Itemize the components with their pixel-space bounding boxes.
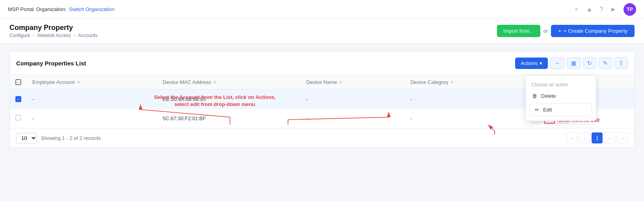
row2-checkbox[interactable]: [15, 115, 21, 121]
help-icon[interactable]: ?: [599, 6, 603, 13]
edit-pencil-icon: ✏: [535, 107, 539, 113]
plus-icon: +: [558, 28, 561, 34]
page-header-right: Import from... or + + Create Company Pro…: [497, 25, 635, 37]
company-properties-card: Company Properties List Actions ▾ ↔ ▦ ↻ …: [9, 51, 635, 148]
nav-right: ⚬ ▲ ? ► TP: [574, 3, 636, 16]
filter-mac-icon[interactable]: ≡: [213, 80, 216, 84]
main-content: Company Properties List Actions ▾ ↔ ▦ ↻ …: [0, 43, 644, 156]
card-header: Company Properties List Actions ▾ ↔ ▦ ↻ …: [10, 52, 634, 75]
page-1-button[interactable]: 1: [592, 132, 603, 143]
pagination: « ‹ 1 › »: [566, 132, 628, 143]
row1-device-category: -: [405, 89, 525, 109]
breadcrumb-network-access[interactable]: Network Access: [37, 33, 71, 38]
row2-device-name: -: [301, 109, 405, 128]
trash-icon: 🗑: [532, 93, 537, 99]
actions-button[interactable]: Actions ▾: [515, 58, 548, 69]
last-page-button[interactable]: »: [617, 132, 628, 143]
nav-left: MSP Portal Organization: Switch Organiza…: [8, 6, 114, 12]
row2-checkbox-cell: [10, 109, 27, 128]
refresh-button[interactable]: ↻: [583, 57, 596, 69]
prev-page-button[interactable]: ‹: [579, 132, 590, 143]
expand-icon: ↔: [555, 60, 560, 66]
row2-employee: -: [27, 109, 157, 128]
search-icon[interactable]: ⚬: [574, 6, 579, 13]
row1-employee: -: [27, 89, 157, 109]
manage-columns-button[interactable]: ▦: [567, 57, 581, 69]
dropdown-delete-item[interactable]: 🗑 Delete: [526, 90, 596, 102]
columns-icon: ▦: [571, 60, 576, 66]
page-header: Company Property Configure - Network Acc…: [0, 19, 644, 43]
next-page-button[interactable]: ›: [604, 132, 615, 143]
row1-mac: EE:50:9A:68:68:95: [157, 89, 301, 109]
page-header-left: Company Property Configure - Network Acc…: [9, 24, 97, 38]
dropdown-header: Choose an action: [526, 79, 596, 90]
edit-columns-button[interactable]: ✎: [599, 57, 612, 69]
switch-organization-link[interactable]: Switch Organization: [69, 6, 115, 12]
first-page-button[interactable]: «: [566, 132, 577, 143]
or-text: or: [543, 28, 548, 34]
navbar: MSP Portal Organization: Switch Organiza…: [0, 0, 644, 19]
col-employee-account: Employee Account ≡: [27, 75, 157, 89]
per-page-select[interactable]: 10 25 50: [16, 133, 37, 143]
filter-employee-icon[interactable]: ≡: [77, 80, 80, 84]
breadcrumb-accounts[interactable]: Accounts: [78, 33, 97, 38]
card-title: Company Properties List: [16, 60, 86, 67]
dropdown-edit-item[interactable]: ✏ Edit: [530, 104, 592, 116]
row2-mac: 5C:87:30:F2:01:BF: [157, 109, 301, 128]
bell-icon[interactable]: ▲: [586, 6, 592, 13]
showing-records: Showing 1 - 2 of 2 records: [41, 135, 101, 141]
card-toolbar: Actions ▾ ↔ ▦ ↻ ✎ ⇧: [515, 57, 628, 69]
filter-category-icon[interactable]: ≡: [451, 80, 453, 84]
row1-checkbox-cell: ✓: [10, 89, 27, 109]
nav-org-label: Organization:: [36, 6, 67, 12]
breadcrumb-configure[interactable]: Configure: [9, 33, 30, 38]
col-device-name: Device Name ≡: [301, 75, 405, 89]
col-mac-address: Device MAC Address ≡: [157, 75, 301, 89]
create-company-property-button[interactable]: + + Create Company Property: [551, 25, 635, 37]
card-footer: 10 25 50 Showing 1 - 2 of 2 records « ‹ …: [10, 128, 634, 147]
row1-device-name: -: [301, 89, 405, 109]
select-all-header: —: [10, 75, 27, 89]
row1-checkbox[interactable]: ✓: [15, 96, 21, 102]
expand-columns-button[interactable]: ↔: [550, 57, 564, 69]
avatar[interactable]: TP: [624, 3, 636, 16]
actions-dropdown: Choose an action 🗑 Delete ✏ Edit: [525, 75, 596, 121]
row2-device-category: -: [405, 109, 525, 128]
page-title: Company Property: [9, 24, 97, 32]
breadcrumb: Configure - Network Access - Accounts: [9, 33, 97, 38]
select-all-checkbox[interactable]: —: [15, 79, 21, 85]
arrow-right-icon[interactable]: ►: [610, 6, 616, 13]
import-button[interactable]: Import from...: [497, 25, 540, 37]
edit-icon: ✎: [603, 60, 608, 66]
upload-button[interactable]: ⇧: [614, 57, 628, 69]
nav-brand: MSP Portal: [8, 6, 34, 12]
upload-icon: ⇧: [619, 60, 624, 66]
filter-name-icon[interactable]: ≡: [339, 80, 342, 84]
col-device-category: Device Category ≡: [405, 75, 525, 89]
refresh-icon: ↻: [587, 60, 592, 66]
